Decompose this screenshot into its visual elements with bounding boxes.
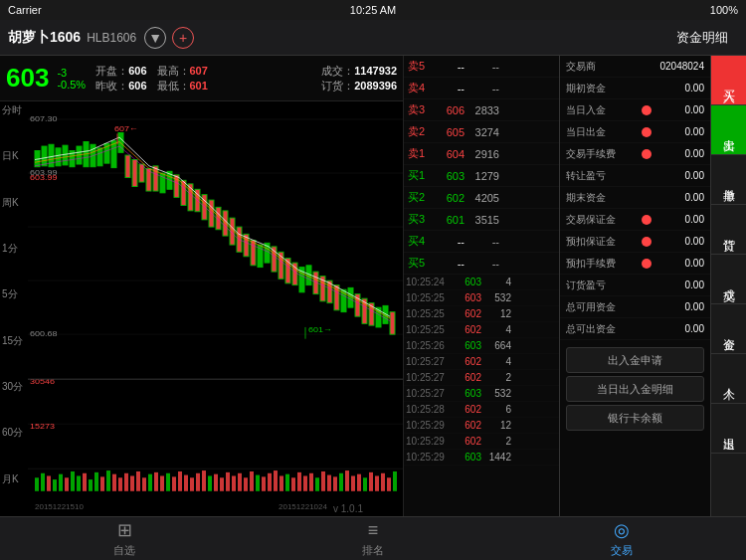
svg-rect-81 <box>94 472 98 491</box>
low-price: 最低：601 <box>157 79 208 93</box>
svg-text:15273: 15273 <box>30 421 55 430</box>
svg-rect-80 <box>89 479 93 491</box>
trade-icon: ◎ <box>614 519 630 541</box>
bank-balance-btn[interactable]: 银行卡余额 <box>566 405 704 431</box>
svg-rect-65 <box>390 312 395 335</box>
svg-rect-93 <box>166 473 170 491</box>
svg-rect-74 <box>53 479 57 491</box>
ranking-icon: ≡ <box>368 520 379 541</box>
svg-rect-76 <box>65 477 69 491</box>
fund-trade-fee-row: 交易手续费 0.00 <box>560 143 710 165</box>
fund-title: 资金明细 <box>676 29 728 47</box>
svg-rect-98 <box>196 473 200 491</box>
version-label: v 1.0.1 <box>333 503 363 514</box>
svg-rect-128 <box>375 475 379 490</box>
trade-row: 10:25:27 603 532 <box>404 386 559 402</box>
sell-orders: 卖5 -- -- 卖4 -- -- 卖3 606 2833 卖2 605 <box>404 56 559 165</box>
fund-pre-margin-row: 预扣保证金 0.00 <box>560 231 710 253</box>
trade-row: 10:25:29 602 2 <box>404 434 559 450</box>
nav-item-ranking[interactable]: ≡ 排名 <box>249 517 497 561</box>
svg-rect-15 <box>42 146 47 166</box>
buy-row-2: 买2 602 4205 <box>404 187 559 209</box>
svg-rect-118 <box>315 477 319 491</box>
trade-row: 10:25:27 602 2 <box>404 370 559 386</box>
svg-rect-125 <box>357 474 361 491</box>
high-price: 最高：607 <box>157 64 208 79</box>
svg-rect-75 <box>59 474 63 491</box>
fund-period-row: 期末资金 0.00 <box>560 187 710 209</box>
buy-row-3: 买3 601 3515 <box>404 209 559 231</box>
svg-rect-82 <box>100 476 104 490</box>
svg-text:607←: 607← <box>114 123 138 132</box>
fund-panel: 交易商 02048024 期初资金 0.00 当日入金 0.00 当日出金 0.… <box>559 56 710 516</box>
trade-row: 10:25:24 603 4 <box>404 275 559 290</box>
fund-order-pnl-row: 订货盈亏 0.00 <box>560 275 710 296</box>
fund-margin-dot[interactable] <box>642 215 652 225</box>
high-low-group: 最高：607 最低：601 <box>157 64 208 93</box>
open-close-group: 开盘：606 昨收：606 <box>95 64 146 93</box>
svg-rect-120 <box>327 475 331 491</box>
svg-text:603.99: 603.99 <box>30 173 58 182</box>
fund-daily-in-dot[interactable] <box>642 105 652 115</box>
svg-rect-31 <box>153 166 158 191</box>
nav-item-trade[interactable]: ◎ 交易 <box>497 517 746 561</box>
svg-rect-103 <box>226 472 230 491</box>
svg-text:20151221510: 20151221510 <box>35 502 84 511</box>
cancel-button[interactable]: 撤单 <box>711 155 747 205</box>
svg-text:607.30: 607.30 <box>30 113 58 122</box>
buy-row-1: 买1 603 1279 <box>404 165 559 187</box>
svg-rect-107 <box>250 471 254 491</box>
price-change-abs: -3 <box>57 67 86 79</box>
trade-label: 交易 <box>611 543 633 558</box>
fund-daily-out-row: 当日出金 0.00 <box>560 121 710 143</box>
main-content: 603 -3 -0.5% 开盘：606 昨收：606 最高：607 最低：601… <box>0 56 746 516</box>
svg-rect-17 <box>56 148 61 166</box>
side-action-buttons: 买入 卖出 撤单 订货 成交 资金 个人 退出 <box>710 56 746 516</box>
svg-rect-45 <box>251 241 256 266</box>
chart-canvas: 分时 日K 周K 1分 5分 15分 30分 60分 月K <box>0 101 403 516</box>
fund-pre-margin-dot[interactable] <box>642 237 652 247</box>
svg-rect-85 <box>118 477 122 491</box>
fund-trade-fee-dot[interactable] <box>642 149 652 159</box>
svg-rect-109 <box>262 476 266 490</box>
time-label: 10:25 AM <box>350 4 396 16</box>
svg-rect-106 <box>244 477 248 491</box>
svg-rect-114 <box>291 477 295 491</box>
svg-rect-127 <box>369 472 373 491</box>
logout-button[interactable]: 退出 <box>711 404 747 454</box>
symbol-name: 胡萝卜1606 <box>8 29 81 47</box>
chart-area: 603 -3 -0.5% 开盘：606 昨收：606 最高：607 最低：601… <box>0 56 403 516</box>
fund-daily-in-row: 当日入金 0.00 <box>560 99 710 121</box>
home-icon: ⊞ <box>117 519 132 541</box>
buy-button[interactable]: 买入 <box>711 56 747 105</box>
main-chart-svg: 607.30 603.99 600.68 30546 15273 2015122… <box>0 101 403 516</box>
sell-row-5: 卖5 -- -- <box>404 56 559 78</box>
daily-deposit-btn[interactable]: 当日出入金明细 <box>566 376 704 402</box>
nav-item-watchlist[interactable]: ⊞ 自选 <box>0 517 249 561</box>
carrier-label: Carrier <box>8 4 42 16</box>
buy-row-4: 买4 -- -- <box>404 231 559 253</box>
deposit-withdraw-btn[interactable]: 出入金申请 <box>566 347 704 373</box>
svg-rect-126 <box>363 477 367 491</box>
dropdown-icon[interactable]: ▼ <box>144 27 166 49</box>
fund-pre-fee-dot[interactable] <box>642 259 652 269</box>
fund-button[interactable]: 资金 <box>711 304 747 354</box>
trade-row: 10:25:27 602 4 <box>404 354 559 370</box>
add-icon[interactable]: + <box>172 27 194 49</box>
svg-rect-86 <box>124 473 128 491</box>
svg-rect-91 <box>154 472 158 491</box>
bottom-nav: ⊞ 自选 ≡ 排名 ◎ 交易 <box>0 516 746 560</box>
svg-text:600.68: 600.68 <box>30 328 58 337</box>
order-button[interactable]: 订货 <box>711 205 747 255</box>
fund-pre-fee-row: 预扣手续费 0.00 <box>560 253 710 275</box>
fund-avail-row: 总可用资金 0.00 <box>560 296 710 318</box>
svg-rect-105 <box>238 473 242 491</box>
svg-rect-108 <box>256 475 260 491</box>
fund-avail-out-row: 总可出资金 0.00 <box>560 318 710 340</box>
deal-button[interactable]: 成交 <box>711 255 747 304</box>
personal-button[interactable]: 个人 <box>711 354 747 404</box>
fund-daily-out-dot[interactable] <box>642 127 652 137</box>
svg-rect-83 <box>106 470 110 491</box>
sell-button[interactable]: 卖出 <box>711 105 747 155</box>
svg-rect-79 <box>83 473 87 491</box>
